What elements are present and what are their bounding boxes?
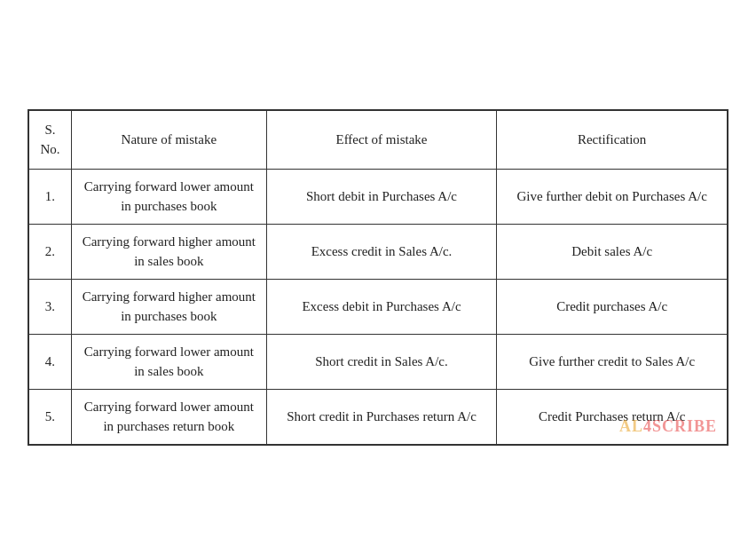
cell-sno: 3. — [29, 279, 72, 334]
cell-rectification: Give further credit to Sales A/c — [497, 334, 728, 389]
cell-sno: 2. — [29, 224, 72, 279]
cell-rectification: Credit Purchases return A/c — [497, 389, 728, 444]
header-row: S. No. Nature of mistake Effect of mista… — [29, 110, 728, 169]
cell-effect: Short credit in Purchases return A/c — [266, 389, 497, 444]
cell-effect: Excess debit in Purchases A/c — [266, 279, 497, 334]
table-container: S. No. Nature of mistake Effect of mista… — [28, 109, 728, 446]
cell-nature: Carrying forward higher amount in sales … — [71, 224, 266, 279]
cell-nature: Carrying forward lower amount in purchas… — [71, 169, 266, 224]
table-row: 2.Carrying forward higher amount in sale… — [29, 224, 728, 279]
table-row: 1.Carrying forward lower amount in purch… — [29, 169, 728, 224]
cell-nature: Carrying forward lower amount in sales b… — [71, 334, 266, 389]
table-row: 3.Carrying forward higher amount in purc… — [29, 279, 728, 334]
header-rectification: Rectification — [497, 110, 728, 169]
cell-sno: 1. — [29, 169, 72, 224]
header-nature: Nature of mistake — [71, 110, 266, 169]
cell-rectification: Debit sales A/c — [497, 224, 728, 279]
cell-nature: Carrying forward lower amount in purchas… — [71, 389, 266, 444]
cell-effect: Short credit in Sales A/c. — [266, 334, 497, 389]
cell-rectification: Credit purchases A/c — [497, 279, 728, 334]
cell-nature: Carrying forward higher amount in purcha… — [71, 279, 266, 334]
cell-sno: 5. — [29, 389, 72, 444]
table-row: 4.Carrying forward lower amount in sales… — [29, 334, 728, 389]
cell-sno: 4. — [29, 334, 72, 389]
accounting-table: S. No. Nature of mistake Effect of mista… — [28, 110, 728, 445]
cell-rectification: Give further debit on Purchases A/c — [497, 169, 728, 224]
cell-effect: Short debit in Purchases A/c — [266, 169, 497, 224]
header-sno: S. No. — [29, 110, 72, 169]
cell-effect: Excess credit in Sales A/c. — [266, 224, 497, 279]
table-row: 5.Carrying forward lower amount in purch… — [29, 389, 728, 444]
header-effect: Effect of mistake — [266, 110, 497, 169]
